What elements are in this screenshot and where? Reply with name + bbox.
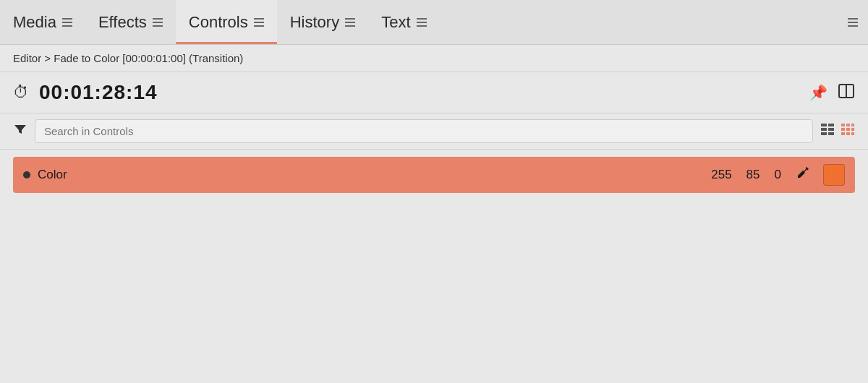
svg-rect-16	[851, 132, 854, 135]
split-view-icon[interactable]	[838, 82, 855, 103]
tab-extra-menu-icon[interactable]	[848, 18, 858, 27]
svg-rect-11	[841, 128, 845, 131]
tab-history-label: History	[290, 13, 339, 32]
color-label: Color	[38, 168, 704, 182]
tab-bar: Media Effects Controls History Text	[0, 0, 868, 45]
svg-rect-9	[846, 124, 850, 126]
svg-rect-12	[846, 128, 850, 131]
color-value-b: 0	[775, 168, 781, 182]
timecode-row: ⏱ 00:01:28:14 📌	[0, 72, 868, 113]
tab-controls[interactable]: Controls	[176, 0, 277, 44]
breadcrumb: Editor > Fade to Color [00:00:01:00] (Tr…	[0, 45, 868, 72]
svg-rect-3	[828, 124, 834, 126]
search-row	[0, 113, 868, 150]
svg-rect-15	[846, 132, 850, 135]
svg-rect-8	[841, 124, 845, 126]
svg-rect-2	[821, 124, 827, 126]
tab-media-label: Media	[13, 13, 56, 32]
tab-history-menu-icon[interactable]	[345, 18, 355, 27]
tab-controls-label: Controls	[189, 13, 248, 32]
search-input[interactable]	[35, 119, 813, 143]
tab-media[interactable]: Media	[0, 0, 85, 44]
content-area: Color 255 85 0	[0, 150, 868, 197]
clock-icon: ⏱	[13, 83, 29, 102]
tab-text[interactable]: Text	[368, 0, 439, 44]
view-icons	[820, 122, 855, 140]
tab-effects-label: Effects	[98, 13, 147, 32]
timecode-display: 00:01:28:14	[39, 81, 809, 104]
color-value-r: 255	[711, 168, 731, 182]
color-values: 255 85 0	[711, 168, 781, 182]
svg-rect-14	[841, 132, 845, 135]
color-swatch[interactable]	[823, 164, 845, 186]
grid-view-icon[interactable]	[841, 122, 855, 140]
svg-rect-10	[851, 124, 854, 126]
tab-text-label: Text	[381, 13, 410, 32]
tab-history[interactable]: History	[277, 0, 368, 44]
tab-effects-menu-icon[interactable]	[153, 18, 163, 27]
svg-rect-5	[828, 128, 834, 131]
tab-media-menu-icon[interactable]	[62, 18, 72, 27]
breadcrumb-text: Editor > Fade to Color [00:00:01:00] (Tr…	[13, 52, 243, 64]
svg-rect-4	[821, 128, 827, 131]
tab-effects[interactable]: Effects	[85, 0, 176, 44]
svg-rect-6	[821, 132, 827, 135]
tab-extra-menu[interactable]	[838, 0, 868, 44]
tab-spacer	[440, 0, 838, 44]
color-row[interactable]: Color 255 85 0	[13, 157, 855, 193]
svg-rect-7	[828, 132, 834, 135]
svg-rect-13	[851, 128, 854, 131]
color-value-g: 85	[746, 168, 760, 182]
list-view-icon[interactable]	[820, 122, 835, 140]
eyedropper-icon[interactable]	[794, 165, 810, 185]
timecode-actions: 📌	[809, 82, 855, 103]
pin-icon[interactable]: 📌	[809, 84, 827, 101]
tab-text-menu-icon[interactable]	[417, 18, 427, 27]
tab-controls-menu-icon[interactable]	[254, 18, 264, 27]
filter-icon[interactable]	[13, 122, 27, 140]
color-dot	[23, 171, 30, 178]
